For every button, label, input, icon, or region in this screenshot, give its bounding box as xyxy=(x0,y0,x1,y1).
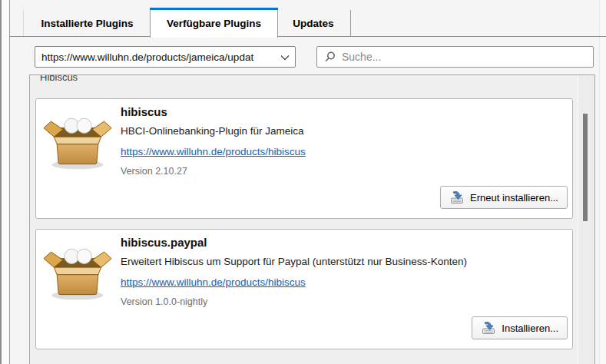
tab-label: Verfügbare Plugins xyxy=(167,16,261,29)
chevron-down-icon xyxy=(280,55,290,61)
panel-scrollbar-thumb[interactable] xyxy=(583,114,588,221)
window-right-edge xyxy=(599,0,606,364)
plugin-homepage-link[interactable]: https://www.willuhn.de/products/hibiscus xyxy=(121,276,306,288)
plugin-description: Erweitert Hibiscus um Support für Paypal… xyxy=(121,256,467,267)
plugin-homepage-link[interactable]: https://www.willuhn.de/products/hibiscus xyxy=(121,146,306,157)
repository-url-value: https://www.willuhn.de/products/jameica/… xyxy=(41,51,253,63)
plugin-group-header: Hibiscus xyxy=(40,75,78,84)
plugin-version: Version 2.10.27 xyxy=(121,166,187,177)
tabstrip-divider xyxy=(10,36,606,37)
plugin-name: hibiscus.paypal xyxy=(121,236,207,249)
install-icon xyxy=(449,190,465,204)
install-button-label: Installieren... xyxy=(502,323,558,334)
plugin-description: HBCI-Onlinebanking-Plugin für Jameica xyxy=(121,125,304,137)
install-button[interactable]: Installieren... xyxy=(472,316,568,339)
tab-verfuegbare-plugins[interactable]: Verfügbare Plugins xyxy=(150,8,278,38)
plugin-version: Version 1.0.0-nightly xyxy=(121,296,207,307)
package-icon xyxy=(42,104,113,175)
tab-label: Installierte Plugins xyxy=(41,18,133,29)
plugin-group-label: Hibiscus xyxy=(40,75,78,83)
search-input[interactable] xyxy=(340,50,587,64)
tab-updates[interactable]: Updates xyxy=(277,10,351,36)
reinstall-button[interactable]: Erneut installieren... xyxy=(440,186,568,209)
install-icon xyxy=(481,321,496,335)
plugin-card-hibiscus: hibiscus HBCI-Onlinebanking-Plugin für J… xyxy=(35,98,573,219)
panel-scrollbar[interactable] xyxy=(578,75,594,364)
splitter-sash[interactable] xyxy=(0,0,10,364)
tab-label: Updates xyxy=(293,18,333,29)
search-icon xyxy=(323,51,336,63)
plugin-card-hibiscus-paypal: hibiscus.paypal Erweitert Hibiscus um Su… xyxy=(35,229,573,349)
reinstall-button-label: Erneut installieren... xyxy=(470,192,558,204)
repository-url-select[interactable]: https://www.willuhn.de/products/jameica/… xyxy=(35,46,296,68)
active-tab-accent-bar xyxy=(150,8,278,10)
tab-installierte-plugins[interactable]: Installierte Plugins xyxy=(23,10,151,36)
package-icon xyxy=(42,235,113,306)
search-box xyxy=(316,46,594,68)
plugin-name: hibiscus xyxy=(121,105,167,118)
plugin-list-panel: Hibiscus hibiscus HBCI-Onlinebanking-Plu… xyxy=(29,74,595,364)
